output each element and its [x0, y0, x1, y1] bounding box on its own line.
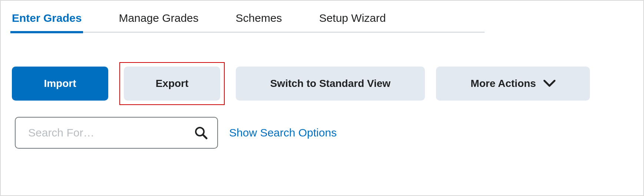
- svg-line-1: [203, 135, 207, 138]
- search-input[interactable]: [15, 117, 218, 149]
- chevron-down-icon: [544, 80, 555, 87]
- more-actions-button[interactable]: More Actions: [436, 67, 590, 101]
- export-highlight: Export: [119, 62, 225, 105]
- search-icon[interactable]: [194, 126, 208, 139]
- tab-bar: Enter Grades Manage Grades Schemes Setup…: [1, 1, 643, 33]
- tab-setup-wizard[interactable]: Setup Wizard: [319, 12, 386, 33]
- tab-schemes[interactable]: Schemes: [236, 12, 282, 33]
- toolbar: Import Export Switch to Standard View Mo…: [1, 33, 643, 105]
- switch-view-button[interactable]: Switch to Standard View: [236, 67, 425, 101]
- tab-manage-grades[interactable]: Manage Grades: [119, 12, 198, 33]
- search-container: [15, 117, 218, 149]
- import-button[interactable]: Import: [12, 67, 108, 101]
- export-button[interactable]: Export: [124, 67, 220, 101]
- search-row: Show Search Options: [1, 105, 643, 149]
- tab-enter-grades[interactable]: Enter Grades: [12, 12, 82, 33]
- more-actions-label: More Actions: [470, 78, 536, 89]
- show-search-options-link[interactable]: Show Search Options: [229, 126, 337, 139]
